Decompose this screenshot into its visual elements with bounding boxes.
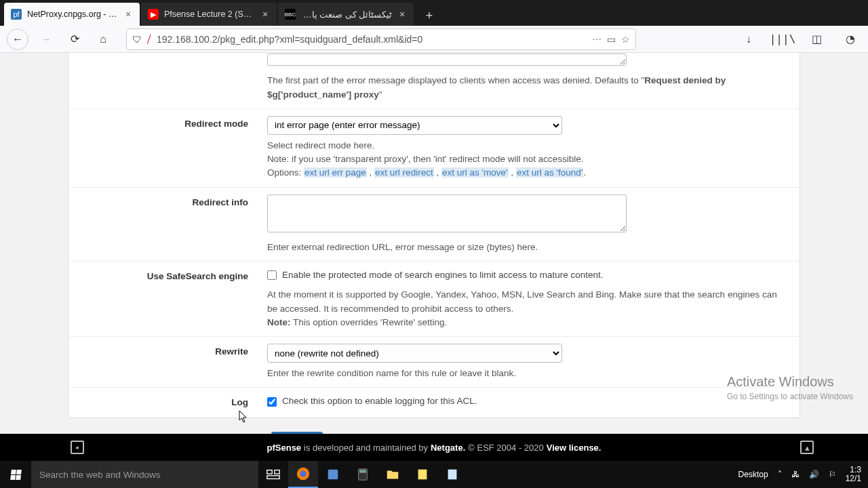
reader-icon[interactable]: ▭	[607, 34, 616, 45]
svg-rect-8	[418, 470, 427, 480]
hint-text: Note: This option overrides 'Rewrite' se…	[267, 316, 783, 329]
sidebar-icon[interactable]: ◫	[806, 28, 827, 50]
browser-tab[interactable]: BBC ٹیکسٹائل کی صنعت پاکستان میں ×	[278, 3, 414, 26]
back-button[interactable]: ←	[7, 28, 28, 50]
svg-point-4	[300, 470, 306, 476]
windows-taskbar: Search the web and Windows Desktop ˄ 🖧 🔊…	[0, 461, 868, 488]
browser-tab-bar: pf NetProxy.cnpgs.org - Package × ▶ Pfse…	[0, 0, 868, 26]
shield-icon: 🛡	[132, 34, 142, 45]
task-view-icon[interactable]	[258, 461, 288, 488]
forward-button[interactable]: →	[35, 28, 57, 50]
page-action-icon[interactable]: ⋯	[592, 34, 601, 45]
insecure-icon: ⧸	[147, 33, 151, 45]
close-icon[interactable]: ×	[123, 9, 133, 19]
taskbar-search[interactable]: Search the web and Windows	[31, 461, 258, 488]
browser-toolbar: ← → ⟳ ⌂ 🛡 ⧸ 192.168.100.2/pkg_edit.php?x…	[0, 26, 868, 53]
option-link[interactable]: ext url as 'move'	[441, 167, 509, 178]
field-label: Rewrite	[68, 344, 267, 380]
close-icon[interactable]: ×	[397, 9, 407, 19]
flag-icon[interactable]: ⚐	[829, 470, 836, 479]
network-icon[interactable]: 🖧	[791, 470, 800, 479]
start-button[interactable]	[0, 461, 31, 488]
account-icon[interactable]: ◔	[840, 28, 861, 50]
notepad-taskbar-icon[interactable]	[437, 461, 467, 488]
svg-rect-0	[267, 470, 272, 474]
tab-title: Pfsense Lecture 2 (Setting up p	[164, 9, 255, 19]
notes-taskbar-icon[interactable]	[408, 461, 437, 488]
hint-text: At the moment it is supported by Google,…	[267, 288, 783, 316]
bbc-favicon: BBC	[285, 9, 296, 20]
error-message-input[interactable]	[267, 54, 627, 66]
chevron-up-icon[interactable]: ˄	[778, 470, 782, 479]
bookmark-icon[interactable]: ☆	[621, 34, 630, 45]
option-link[interactable]: ext url err page	[304, 167, 367, 178]
windows-watermark: Activate Windows Go to Settings to activ…	[727, 372, 853, 403]
close-icon[interactable]: ×	[260, 9, 270, 19]
footer-icon[interactable]: ▪	[71, 441, 84, 454]
hint-text: Enter external redirection URL, error me…	[267, 241, 783, 254]
tray-desktop-label[interactable]: Desktop	[738, 470, 768, 479]
field-label: Log	[68, 394, 267, 410]
svg-rect-5	[328, 470, 338, 480]
rewrite-select[interactable]: none (rewrite not defined)	[267, 344, 562, 363]
field-label: Redirect mode	[68, 116, 267, 180]
url-text: 192.168.100.2/pkg_edit.php?xml=squidguar…	[157, 34, 587, 45]
field-label: Use SafeSearch engine	[68, 268, 267, 329]
tab-title: ٹیکسٹائل کی صنعت پاکستان میں	[301, 9, 392, 20]
safesearch-checkbox[interactable]	[267, 270, 277, 280]
redirect-mode-select[interactable]: int error page (enter error message)	[267, 116, 562, 135]
downloads-icon[interactable]: ↓	[738, 28, 760, 50]
footer-icon[interactable]: ▴	[800, 441, 814, 454]
option-link[interactable]: ext url redirect	[374, 167, 434, 178]
hint-text: Note: if you use 'transparent proxy', th…	[267, 152, 783, 166]
svg-rect-9	[448, 470, 457, 480]
form-panel: The first part of the error message disp…	[68, 53, 800, 418]
log-checkbox-label[interactable]: Check this option to enable logging for …	[267, 394, 477, 408]
new-tab-button[interactable]: +	[419, 5, 439, 26]
safesearch-checkbox-label[interactable]: Enable the protected mode of search engi…	[267, 268, 604, 282]
system-tray: Desktop ˄ 🖧 🔊 ⚐ 1:3 12/1	[732, 461, 868, 488]
page-content: The first part of the error message disp…	[0, 53, 868, 461]
hint-text: Enter the rewrite condition name for thi…	[267, 367, 783, 380]
browser-tab[interactable]: ▶ Pfsense Lecture 2 (Setting up p ×	[141, 3, 277, 26]
hint-text: Options: ext url err page , ext url redi…	[267, 166, 783, 180]
firefox-taskbar-icon[interactable]	[288, 461, 318, 488]
hint-text: Select redirect mode here.	[267, 139, 783, 152]
svg-rect-2	[267, 476, 279, 479]
reload-button[interactable]: ⟳	[64, 28, 85, 50]
pfsense-favicon: pf	[11, 9, 22, 20]
page-footer: ▪ pfSense is developed and maintained by…	[0, 434, 868, 461]
hint-text: The first part of the error message disp…	[267, 74, 783, 102]
home-button[interactable]: ⌂	[92, 28, 114, 50]
calculator-taskbar-icon[interactable]	[348, 461, 378, 488]
field-label: Redirect info	[68, 195, 267, 255]
redirect-info-input[interactable]	[267, 195, 627, 232]
volume-icon[interactable]: 🔊	[809, 470, 819, 479]
browser-tab-active[interactable]: pf NetProxy.cnpgs.org - Package ×	[4, 3, 140, 26]
svg-rect-7	[359, 470, 366, 473]
explorer-taskbar-icon[interactable]	[378, 461, 408, 488]
log-checkbox[interactable]	[267, 397, 277, 407]
option-link[interactable]: ext url as 'found'	[516, 167, 583, 178]
youtube-favicon: ▶	[148, 9, 159, 20]
app-taskbar-icon[interactable]	[318, 461, 348, 488]
url-bar[interactable]: 🛡 ⧸ 192.168.100.2/pkg_edit.php?xml=squid…	[126, 28, 636, 50]
windows-icon	[10, 470, 22, 480]
svg-rect-1	[275, 470, 279, 474]
taskbar-clock[interactable]: 1:3 12/1	[846, 466, 861, 483]
tab-title: NetProxy.cnpgs.org - Package	[27, 9, 118, 19]
library-icon[interactable]: |||\	[772, 28, 793, 50]
